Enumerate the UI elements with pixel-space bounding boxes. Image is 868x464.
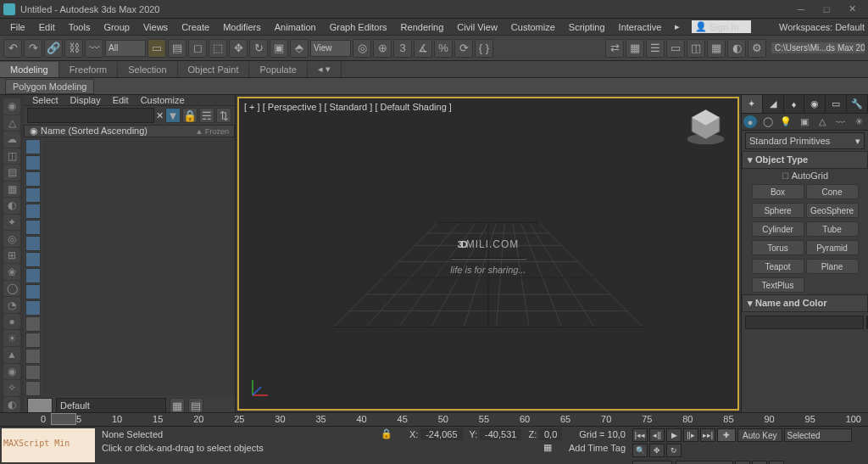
- clear-search-icon[interactable]: ✕: [156, 110, 164, 121]
- left-icon-13[interactable]: ◔: [3, 297, 20, 313]
- menu-group[interactable]: Group: [97, 20, 136, 34]
- align-button[interactable]: ▦: [626, 39, 644, 58]
- left-icon-3[interactable]: ☁: [3, 131, 20, 148]
- x-coord-input[interactable]: -24,065: [420, 428, 462, 440]
- nav-icon-6[interactable]: ⊞: [769, 461, 784, 464]
- close-button[interactable]: ✕: [839, 1, 865, 18]
- left-icon-6[interactable]: ▦: [3, 182, 20, 198]
- left-icon-15[interactable]: ☀: [3, 330, 20, 346]
- render-setup-button[interactable]: ⚙: [748, 39, 766, 58]
- left-icon-1[interactable]: ◉: [3, 98, 20, 115]
- name-color-rollout[interactable]: ▾ Name and Color: [742, 294, 868, 312]
- hierarchy-tab[interactable]: ♦: [784, 95, 805, 113]
- menu-interactive[interactable]: Interactive: [612, 20, 669, 34]
- keyfilters-button[interactable]: Key Filters...: [676, 461, 733, 464]
- nav-icon-2[interactable]: ✥: [649, 444, 665, 457]
- btn-cylinder[interactable]: Cylinder: [752, 221, 804, 237]
- workspaces-dropdown[interactable]: Default: [835, 22, 865, 32]
- se-menu-edit[interactable]: Edit: [113, 95, 129, 105]
- lock-selection-icon[interactable]: 🔒: [381, 428, 392, 439]
- named-selection-button[interactable]: { }: [475, 39, 493, 58]
- filter-misc2-icon[interactable]: [25, 349, 41, 364]
- maximize-button[interactable]: □: [814, 1, 839, 18]
- filter-hidden-icon[interactable]: [25, 316, 41, 332]
- create-tab[interactable]: ✦: [742, 95, 763, 113]
- left-icon-9[interactable]: ◎: [3, 231, 20, 247]
- next-frame-button[interactable]: ||▸: [683, 428, 698, 442]
- time-slider[interactable]: 0510152025303540455055606570758085909510…: [0, 412, 868, 426]
- snaps-toggle-3-button[interactable]: 3: [393, 39, 412, 58]
- btn-pyramid[interactable]: Pyramid: [806, 240, 859, 255]
- nav-icon-3[interactable]: ↻: [666, 444, 682, 457]
- left-icon-7[interactable]: ◐: [3, 198, 20, 214]
- scene-opt2-icon[interactable]: ▤: [188, 398, 203, 412]
- btn-box[interactable]: Box: [752, 184, 804, 199]
- menu-modifiers[interactable]: Modifiers: [216, 20, 268, 34]
- goto-start-button[interactable]: |◂◂: [632, 428, 648, 442]
- btn-plane[interactable]: Plane: [806, 259, 859, 274]
- select-object-button[interactable]: ▭: [147, 39, 166, 58]
- motion-tab[interactable]: ◉: [804, 95, 826, 113]
- window-crossing-button[interactable]: ⬚: [209, 39, 227, 58]
- ribbon-expand-icon[interactable]: ◂ ▾: [308, 61, 342, 77]
- scene-search-input[interactable]: [27, 108, 154, 123]
- filter-shape-icon[interactable]: [25, 155, 41, 171]
- viewport-label[interactable]: [ + ] [ Perspective ] [ Standard ] [ Def…: [244, 102, 452, 112]
- menu-tools[interactable]: Tools: [62, 20, 97, 34]
- project-path-field[interactable]: C:\Users\Mi...ds Max 2020: [771, 42, 865, 53]
- maxscript-listener[interactable]: MAXScript Min: [2, 428, 95, 462]
- scale-button[interactable]: ▣: [270, 39, 288, 58]
- prev-frame-button[interactable]: ◂||: [649, 428, 665, 442]
- z-coord-input[interactable]: 0,0: [539, 428, 562, 440]
- helpers-category-icon[interactable]: △: [814, 114, 832, 130]
- filter-bone-icon[interactable]: [25, 268, 41, 283]
- setkey-button[interactable]: Set Key: [632, 461, 672, 464]
- material-editor-button[interactable]: ◐: [727, 39, 746, 58]
- nav-icon-5[interactable]: ◐: [752, 461, 767, 464]
- filter-frozen-icon[interactable]: [25, 300, 41, 316]
- toggle-ribbon-button[interactable]: ▭: [666, 39, 685, 58]
- filter-icon[interactable]: ▼: [165, 108, 181, 123]
- btn-tube[interactable]: Tube: [806, 221, 859, 237]
- time-tag-icon[interactable]: ▦: [543, 442, 552, 453]
- modify-tab[interactable]: ◢: [763, 95, 784, 113]
- left-icon-14[interactable]: ●: [3, 314, 20, 330]
- menu-customize[interactable]: Customize: [504, 20, 562, 34]
- set-key-big-button[interactable]: ✚: [717, 428, 736, 442]
- bind-spacewarp-button[interactable]: 〰: [85, 39, 103, 58]
- se-menu-customize[interactable]: Customize: [141, 95, 185, 105]
- display-tab[interactable]: ▭: [826, 95, 847, 113]
- se-menu-select[interactable]: Select: [32, 95, 58, 105]
- filter-misc1-icon[interactable]: [25, 333, 41, 348]
- minimize-button[interactable]: ─: [788, 1, 814, 18]
- mirror-button[interactable]: ⇄: [605, 39, 624, 58]
- primitive-type-dropdown[interactable]: Standard Primitives▾: [745, 132, 865, 149]
- viewport-perspective[interactable]: [ + ] [ Perspective ] [ Standard ] [ Def…: [237, 97, 739, 411]
- angle-snap-button[interactable]: ∡: [414, 39, 432, 58]
- left-icon-18[interactable]: ✧: [3, 380, 20, 396]
- ribbon-tab-populate[interactable]: Populate: [249, 62, 307, 77]
- ribbon-tab-modeling[interactable]: Modeling: [0, 62, 59, 77]
- left-icon-4[interactable]: ◫: [3, 148, 20, 165]
- left-icon-17[interactable]: ◉: [3, 364, 20, 380]
- geometry-category-icon[interactable]: ●: [743, 115, 757, 128]
- key-filter-dropdown[interactable]: Selected: [784, 428, 852, 442]
- redo-button[interactable]: ↷: [24, 39, 42, 58]
- filter-geometry-icon[interactable]: [25, 139, 41, 154]
- left-icon-16[interactable]: ▲: [3, 347, 20, 363]
- filter-light-icon[interactable]: [25, 171, 41, 187]
- filter-xref-icon[interactable]: [25, 252, 41, 267]
- placement-button[interactable]: ⬘: [290, 39, 309, 58]
- filter-spacewarp-icon[interactable]: [25, 220, 41, 235]
- menu-views[interactable]: Views: [136, 20, 175, 34]
- btn-textplus[interactable]: TextPlus: [752, 277, 804, 293]
- lock-icon[interactable]: 🔒: [182, 108, 198, 123]
- menu-scripting[interactable]: Scripting: [562, 20, 612, 34]
- unlink-button[interactable]: ⛓: [64, 39, 83, 58]
- btn-geosphere[interactable]: GeoSphere: [806, 203, 859, 218]
- scene-object-list[interactable]: [42, 137, 235, 396]
- utilities-tab[interactable]: 🔧: [847, 95, 868, 113]
- menu-create[interactable]: Create: [175, 20, 216, 34]
- filter-camera-icon[interactable]: [25, 187, 41, 203]
- rect-selection-button[interactable]: ◻: [188, 39, 207, 58]
